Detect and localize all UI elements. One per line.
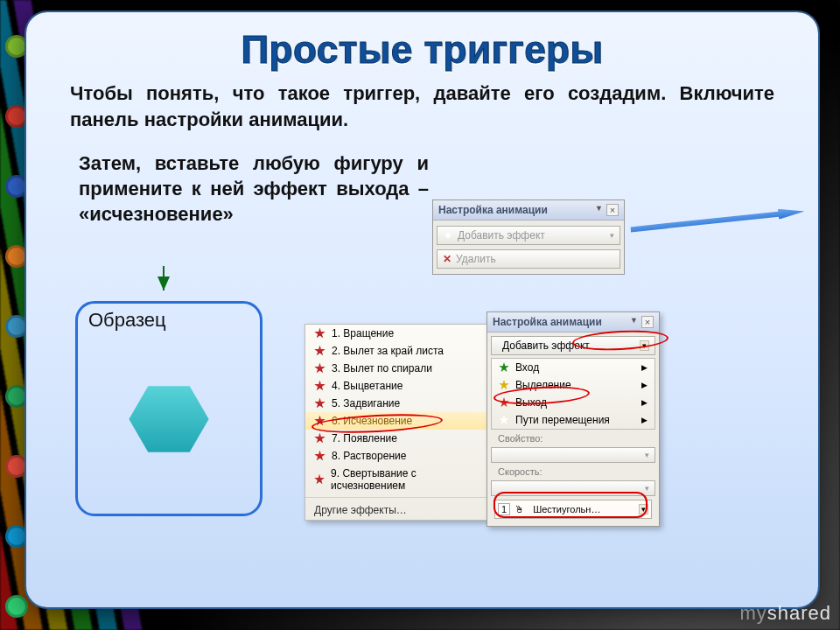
menu-label: Пути перемещения xyxy=(515,414,610,426)
slot-index: 1 xyxy=(498,503,510,515)
fx-item[interactable]: 8. Растворение xyxy=(305,447,491,465)
fx-label: 6. Исчезновение xyxy=(332,415,412,427)
sample-label: Образец xyxy=(88,309,166,332)
star-icon xyxy=(499,362,509,373)
menu-item-exit[interactable]: Выход ▶ xyxy=(492,394,654,411)
dropdown-caret-icon[interactable]: ▼ xyxy=(630,316,638,328)
delete-label: Удалить xyxy=(456,253,496,265)
animation-slot[interactable]: 1 🖱 Шестиугольн… ▾ xyxy=(494,500,652,519)
menu-item-motion[interactable]: Пути перемещения ▶ xyxy=(492,411,654,429)
add-effect-dropdown[interactable]: Добавить эффект ▾ xyxy=(491,336,655,355)
star-icon xyxy=(443,230,453,241)
caret-icon: ▾ xyxy=(640,340,649,351)
delete-icon: ✕ xyxy=(443,253,452,265)
star-icon xyxy=(499,397,509,408)
add-effect-button[interactable]: Добавить эффект ▾ xyxy=(437,226,620,245)
fx-label: 4. Выцветание xyxy=(332,380,402,392)
speed-select[interactable]: ▾ xyxy=(491,480,655,496)
fx-item[interactable]: 2. Вылет за край листа xyxy=(305,342,491,360)
chevron-right-icon: ▶ xyxy=(641,363,648,372)
fx-label: 2. Вылет за край листа xyxy=(332,345,444,357)
menu-label: Выделение xyxy=(515,379,571,391)
menu-label: Выход xyxy=(515,396,547,409)
fx-label: 7. Появление xyxy=(332,432,397,444)
caret-icon: ▾ xyxy=(645,484,649,493)
dot xyxy=(5,105,28,128)
star-icon xyxy=(499,380,509,390)
slot-name: Шестиугольн… xyxy=(533,504,600,514)
property-select[interactable]: ▾ xyxy=(491,447,655,463)
dot xyxy=(5,595,28,618)
star-icon xyxy=(314,474,325,486)
animation-dropdown: Настройка анимации ▼ × Добавить эффект ▾… xyxy=(486,312,660,527)
dot xyxy=(5,245,28,268)
star-icon xyxy=(314,398,326,410)
caret-icon: ▾ xyxy=(610,231,614,240)
dot xyxy=(5,175,28,198)
watermark: myshared xyxy=(739,602,831,625)
fx-label: 8. Растворение xyxy=(332,450,406,462)
property-label: Свойство: xyxy=(491,430,655,447)
close-icon[interactable]: × xyxy=(641,316,654,328)
dot xyxy=(5,385,28,408)
mouse-icon: 🖱 xyxy=(514,504,524,514)
star-icon xyxy=(314,416,326,427)
fx-label: 9. Свертывание с исчезновением xyxy=(331,467,482,492)
star-icon xyxy=(314,451,326,462)
watermark-pre: my xyxy=(739,602,766,624)
fx-item[interactable]: 1. Вращение xyxy=(305,325,491,342)
sample-box: Образец xyxy=(75,301,262,516)
arrow-down-icon xyxy=(158,276,170,290)
dot xyxy=(5,455,28,478)
separator xyxy=(305,497,491,498)
add-effect-label: Добавить эффект xyxy=(502,340,590,352)
star-icon xyxy=(314,433,326,444)
dropdown-titlebar: Настройка анимации ▼ × xyxy=(487,312,659,332)
side-dots xyxy=(5,35,28,630)
dropdown-title: Настройка анимации xyxy=(493,316,602,328)
fx-item[interactable]: 7. Появление xyxy=(305,430,491,447)
delete-effect-button[interactable]: ✕ Удалить xyxy=(437,249,620,269)
slide-card: Простые триггеры Чтобы понять, что такое… xyxy=(26,12,818,607)
star-icon xyxy=(314,328,326,340)
menu-label: Вход xyxy=(515,361,539,374)
fx-item-selected[interactable]: 6. Исчезновение xyxy=(305,412,491,430)
exit-effects-flyout: 1. Вращение 2. Вылет за край листа 3. Вы… xyxy=(304,324,492,521)
fx-item[interactable]: 9. Свертывание с исчезновением xyxy=(305,465,491,494)
star-icon xyxy=(314,381,326,392)
star-icon xyxy=(499,415,509,425)
caret-icon: ▾ xyxy=(645,451,649,459)
step-paragraph: Затем, вставьте любую фигуру и примените… xyxy=(79,151,429,227)
fx-item[interactable]: 4. Выцветание xyxy=(305,377,491,395)
animation-panel: Настройка анимации ▼ × Добавить эффект ▾… xyxy=(432,200,625,275)
star-icon xyxy=(314,346,326,357)
fx-label: 5. Задвигание xyxy=(332,397,400,410)
dropdown-caret-icon[interactable]: ▼ xyxy=(595,204,603,216)
fx-label: 1. Вращение xyxy=(332,327,394,340)
effect-category-list: Вход ▶ Выделение ▶ Выход ▶ Пути перемеще… xyxy=(491,358,655,430)
menu-item-emphasis[interactable]: Выделение ▶ xyxy=(492,376,654,394)
hexagon-shape[interactable] xyxy=(128,383,211,455)
star-icon xyxy=(314,363,326,374)
speed-label: Скорость: xyxy=(491,463,655,480)
caret-icon: ▾ xyxy=(639,504,648,514)
fx-item[interactable]: 3. Вылет по спирали xyxy=(305,360,491,377)
intro-paragraph: Чтобы понять, что такое триггер, давайте… xyxy=(47,80,797,132)
menu-item-enter[interactable]: Вход ▶ xyxy=(492,359,654,376)
dot xyxy=(5,315,28,338)
watermark-main: shared xyxy=(767,602,831,624)
callout-arrow-icon xyxy=(630,206,805,235)
slide-title: Простые триггеры xyxy=(47,28,797,72)
chevron-right-icon: ▶ xyxy=(641,416,648,424)
add-effect-label: Добавить эффект xyxy=(458,229,545,242)
chevron-right-icon: ▶ xyxy=(641,381,648,389)
fx-label: 3. Вылет по спирали xyxy=(332,362,432,374)
panel-title: Настройка анимации xyxy=(438,204,548,216)
fx-item[interactable]: 5. Задвигание xyxy=(305,395,491,412)
panel-titlebar: Настройка анимации ▼ × xyxy=(433,200,624,220)
chevron-right-icon: ▶ xyxy=(641,398,648,407)
dot xyxy=(5,35,28,58)
dot xyxy=(5,525,28,548)
close-icon[interactable]: × xyxy=(606,204,619,216)
fx-more[interactable]: Другие эффекты… xyxy=(305,500,491,520)
